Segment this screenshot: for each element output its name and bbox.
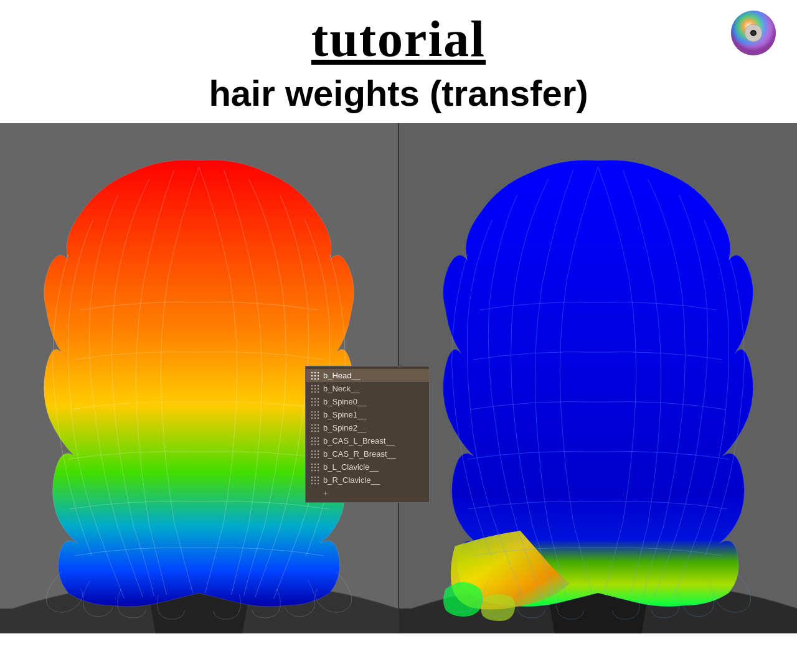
svg-point-73 <box>318 463 319 464</box>
dropdown-item-8[interactable]: b_R_Clavicle__ <box>306 474 429 487</box>
svg-point-54 <box>314 437 316 438</box>
svg-point-70 <box>318 456 319 457</box>
svg-point-36 <box>314 411 316 412</box>
svg-point-49 <box>318 427 319 428</box>
svg-point-84 <box>314 479 316 480</box>
svg-point-34 <box>318 404 319 405</box>
svg-point-76 <box>318 466 319 467</box>
svg-point-31 <box>318 401 319 402</box>
svg-point-63 <box>314 450 316 451</box>
svg-point-5 <box>752 31 755 35</box>
dropdown-item-4[interactable]: b_Spine2__ <box>306 421 429 434</box>
dropdown-item-3[interactable]: b_Spine1__ <box>306 408 429 421</box>
svg-point-48 <box>314 427 316 428</box>
svg-point-35 <box>311 411 313 412</box>
dropdown-item-label: b_Head__ <box>323 371 361 380</box>
svg-point-17 <box>311 385 313 386</box>
header: tutorial hair weights (transfer) <box>0 0 797 120</box>
svg-point-78 <box>314 469 316 470</box>
svg-point-66 <box>314 453 316 454</box>
bone-icon <box>311 411 319 419</box>
dropdown-item-label: b_Spine1__ <box>323 410 366 419</box>
dropdown-item-label: b_L_Clavicle__ <box>323 462 379 472</box>
dropdown-item-2[interactable]: b_Spine0__ <box>306 395 429 408</box>
svg-point-52 <box>318 430 319 431</box>
svg-point-43 <box>318 417 319 418</box>
page-subtitle: hair weights (transfer) <box>0 72 797 114</box>
svg-point-87 <box>314 482 316 483</box>
svg-point-13 <box>318 375 319 376</box>
svg-point-86 <box>311 482 313 483</box>
svg-point-64 <box>318 450 319 451</box>
dropdown-add-button[interactable]: + <box>306 487 429 500</box>
svg-point-46 <box>318 424 319 425</box>
page-title: tutorial <box>0 11 797 67</box>
svg-point-47 <box>311 427 313 428</box>
dropdown-item-1[interactable]: b_Neck__ <box>306 382 429 395</box>
svg-point-40 <box>318 414 319 415</box>
svg-point-18 <box>314 385 316 386</box>
bone-icon <box>311 398 319 406</box>
svg-point-68 <box>311 456 313 457</box>
svg-point-59 <box>311 443 313 444</box>
bone-icon <box>311 476 319 485</box>
svg-point-10 <box>318 371 319 373</box>
svg-point-74 <box>311 466 313 467</box>
svg-point-16 <box>318 378 319 379</box>
svg-point-41 <box>311 417 313 418</box>
bone-dropdown[interactable]: b_Head__ b_Neck__ b_Spine0__ <box>305 366 430 503</box>
dropdown-item-label: b_Neck__ <box>323 384 360 393</box>
svg-point-23 <box>311 391 313 392</box>
bone-icon <box>311 437 319 446</box>
svg-point-82 <box>318 476 319 477</box>
bone-icon <box>311 450 319 459</box>
dropdown-item-6[interactable]: b_CAS_R_Breast__ <box>306 447 429 460</box>
bone-icon <box>311 424 319 432</box>
svg-point-51 <box>314 430 316 431</box>
dropdown-item-7[interactable]: b_L_Clavicle__ <box>306 460 429 474</box>
dropdown-item-label: b_CAS_R_Breast__ <box>323 449 396 459</box>
svg-point-65 <box>311 453 313 454</box>
dropdown-item-0[interactable]: b_Head__ <box>306 369 429 382</box>
dropdown-item-label: b_Spine0__ <box>323 397 366 406</box>
svg-point-12 <box>314 375 316 376</box>
svg-point-37 <box>318 411 319 412</box>
svg-point-29 <box>311 401 313 402</box>
right-hair-visualization <box>399 123 797 633</box>
bone-icon <box>311 463 319 472</box>
svg-point-20 <box>311 388 313 389</box>
svg-point-61 <box>318 443 319 444</box>
svg-point-11 <box>311 375 313 376</box>
dropdown-item-label: b_R_Clavicle__ <box>323 475 380 485</box>
svg-point-75 <box>314 466 316 467</box>
svg-point-79 <box>318 469 319 470</box>
svg-point-38 <box>311 414 313 415</box>
svg-point-53 <box>311 437 313 438</box>
svg-point-26 <box>311 398 313 399</box>
svg-point-81 <box>314 476 316 477</box>
svg-point-67 <box>318 453 319 454</box>
svg-point-58 <box>318 440 319 441</box>
svg-point-9 <box>314 371 316 373</box>
svg-point-19 <box>318 385 319 386</box>
svg-point-28 <box>318 398 319 399</box>
dropdown-item-5[interactable]: b_CAS_L_Breast__ <box>306 434 429 447</box>
svg-point-27 <box>314 398 316 399</box>
svg-point-85 <box>318 479 319 480</box>
main-content: b_Head__ b_Neck__ b_Spine0__ <box>0 123 797 633</box>
svg-point-57 <box>314 440 316 441</box>
svg-point-25 <box>318 391 319 392</box>
bone-icon <box>311 371 319 380</box>
svg-point-71 <box>311 463 313 464</box>
svg-point-77 <box>311 469 313 470</box>
svg-point-60 <box>314 443 316 444</box>
svg-point-21 <box>314 388 316 389</box>
right-panel <box>399 123 797 633</box>
svg-point-15 <box>314 378 316 379</box>
svg-point-83 <box>311 479 313 480</box>
svg-point-24 <box>314 391 316 392</box>
svg-point-72 <box>314 463 316 464</box>
svg-point-80 <box>311 476 313 477</box>
svg-point-55 <box>318 437 319 438</box>
svg-point-56 <box>311 440 313 441</box>
